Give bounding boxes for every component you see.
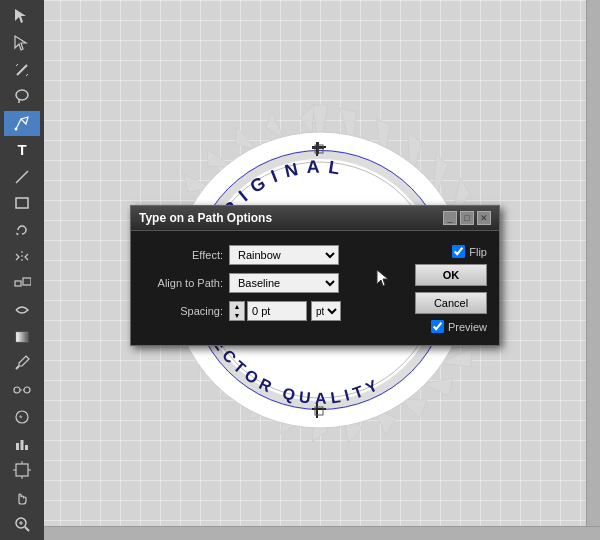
direct-selection-tool[interactable] (4, 31, 40, 56)
align-row: Align to Path: Baseline Ascender Descend… (143, 273, 385, 293)
spacing-input[interactable] (247, 301, 307, 321)
scale-tool[interactable] (4, 271, 40, 296)
preview-checkbox[interactable] (431, 320, 444, 333)
svg-rect-20 (25, 445, 28, 450)
warp-tool[interactable] (4, 298, 40, 323)
spacing-unit-select[interactable]: pt (311, 301, 341, 321)
svg-rect-42 (312, 408, 326, 410)
effect-label: Effect: (143, 249, 223, 261)
ok-button[interactable]: OK (415, 264, 487, 286)
lasso-tool[interactable] (4, 84, 40, 109)
svg-rect-9 (15, 281, 21, 286)
svg-rect-10 (23, 278, 31, 285)
symbol-tool[interactable]: * (4, 405, 40, 430)
dialog-right-panel: Flip OK Cancel Preview (397, 245, 487, 333)
svg-line-27 (25, 527, 29, 531)
svg-point-13 (14, 387, 20, 393)
cancel-button[interactable]: Cancel (415, 292, 487, 314)
minimize-button[interactable]: _ (443, 211, 457, 225)
gradient-tool[interactable] (4, 324, 40, 349)
rectangle-tool[interactable] (4, 191, 40, 216)
align-select-wrapper: Baseline Ascender Descender Center (229, 273, 339, 293)
flip-checkbox[interactable] (452, 245, 465, 258)
reflect-tool[interactable] (4, 244, 40, 269)
svg-line-0 (17, 65, 27, 75)
artboard-tool[interactable] (4, 458, 40, 483)
magic-wand-tool[interactable] (4, 57, 40, 82)
dialog-window-controls: _ □ ✕ (443, 211, 491, 225)
pen-tool[interactable] (4, 111, 40, 136)
effect-row: Effect: Rainbow Skew 3D Ribbon Stair Ste… (143, 245, 385, 265)
blend-tool[interactable] (4, 378, 40, 403)
svg-text:*: * (19, 413, 23, 423)
svg-line-2 (26, 74, 28, 76)
type-tool[interactable]: T (4, 138, 40, 163)
flip-row: Flip (452, 245, 487, 258)
svg-point-14 (24, 387, 30, 393)
spinner-down-button[interactable]: ▼ (230, 311, 244, 320)
column-graph-tool[interactable] (4, 431, 40, 456)
svg-line-6 (16, 171, 28, 183)
svg-rect-7 (16, 198, 28, 208)
line-tool[interactable] (4, 164, 40, 189)
dialog-left-panel: Effect: Rainbow Skew 3D Ribbon Stair Ste… (143, 245, 385, 333)
spacing-row: Spacing: ▲ ▼ pt (143, 301, 385, 321)
scrollbar-right[interactable] (586, 0, 600, 540)
selection-tool[interactable] (4, 4, 40, 29)
canvas-area: T * (0, 0, 600, 540)
spacing-label: Spacing: (143, 305, 223, 317)
effect-select-wrapper: Rainbow Skew 3D Ribbon Stair Step Gravit… (229, 245, 339, 265)
rotate-tool[interactable] (4, 218, 40, 243)
dialog-title: Type on a Path Options (139, 211, 272, 225)
toolbar: T * (0, 0, 44, 540)
align-label: Align to Path: (143, 277, 223, 289)
effect-select[interactable]: Rainbow Skew 3D Ribbon Stair Step Gravit… (229, 245, 339, 265)
flip-label: Flip (469, 246, 487, 258)
svg-marker-8 (16, 232, 19, 235)
preview-row: Preview (431, 320, 487, 333)
scrollbar-bottom[interactable] (44, 526, 600, 540)
spinner-buttons: ▲ ▼ (229, 301, 245, 321)
svg-line-12 (16, 366, 19, 369)
align-select[interactable]: Baseline Ascender Descender Center (229, 273, 339, 293)
svg-rect-18 (16, 443, 19, 450)
hand-tool[interactable] (4, 485, 40, 510)
type-on-path-dialog: Type on a Path Options _ □ ✕ Effect: Rai… (130, 205, 500, 346)
svg-point-3 (16, 90, 28, 100)
maximize-button[interactable]: □ (460, 211, 474, 225)
spacing-unit-wrapper: pt (311, 301, 341, 321)
close-button[interactable]: ✕ (477, 211, 491, 225)
spinner-up-button[interactable]: ▲ (230, 302, 244, 311)
dialog-titlebar: Type on a Path Options _ □ ✕ (131, 206, 499, 231)
spacing-spinner: ▲ ▼ pt (229, 301, 341, 321)
svg-rect-21 (16, 464, 28, 476)
anchor-bottom (312, 404, 326, 421)
svg-rect-19 (21, 440, 24, 450)
preview-label: Preview (448, 321, 487, 333)
svg-rect-41 (316, 404, 318, 418)
dialog-content: Effect: Rainbow Skew 3D Ribbon Stair Ste… (131, 231, 499, 345)
zoom-tool[interactable] (4, 511, 40, 536)
svg-point-5 (15, 128, 18, 131)
eyedropper-tool[interactable] (4, 351, 40, 376)
svg-line-1 (16, 64, 18, 66)
svg-rect-11 (16, 332, 28, 342)
